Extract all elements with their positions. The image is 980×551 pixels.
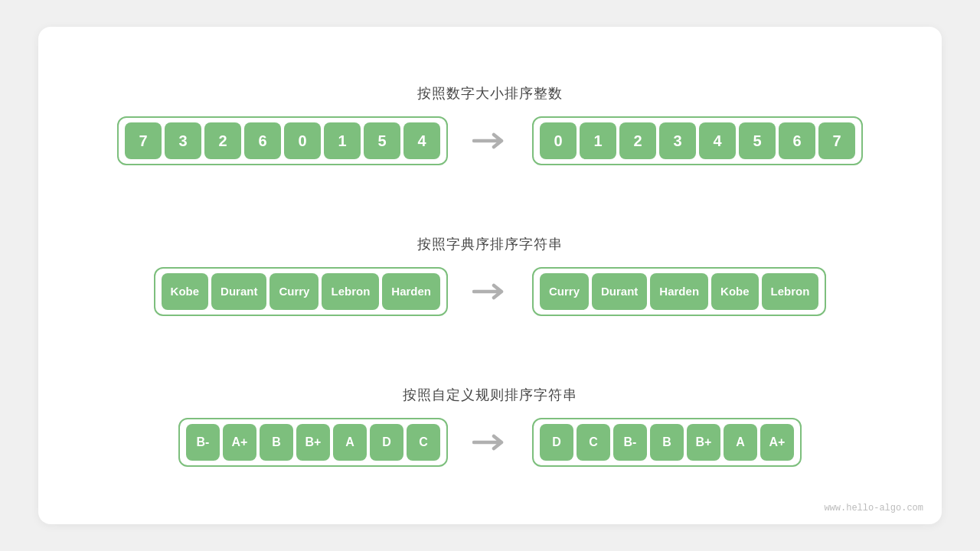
section-integers: 按照数字大小排序整数73260154 01234567	[84, 84, 896, 165]
cell-before-grades-1: A+	[223, 424, 256, 461]
cell-after-strings-2: Harden	[650, 273, 708, 310]
cell-before-integers-0: 7	[125, 122, 162, 159]
cell-after-grades-0: D	[540, 424, 573, 461]
arrow-icon	[471, 280, 509, 303]
cell-before-grades-4: A	[333, 424, 367, 461]
cell-after-strings-1: Durant	[592, 273, 647, 310]
cell-after-grades-1: C	[577, 424, 610, 461]
cell-after-integers-2: 2	[619, 122, 656, 159]
cell-after-grades-5: A	[724, 424, 757, 461]
cell-before-integers-2: 2	[204, 122, 241, 159]
cell-after-strings-4: Lebron	[762, 273, 819, 310]
cell-after-grades-3: B	[650, 424, 684, 461]
cell-after-integers-5: 5	[739, 122, 776, 159]
row-grades: B-A+BB+ADC DCB-BB+AA+	[178, 418, 802, 467]
cell-after-integers-4: 4	[699, 122, 736, 159]
cell-before-integers-6: 5	[364, 122, 400, 159]
cell-before-grades-0: B-	[186, 424, 220, 461]
section-grades: 按照自定义规则排序字符串B-A+BB+ADC DCB-BB+AA+	[84, 386, 896, 467]
cell-after-integers-7: 7	[818, 122, 855, 159]
cell-after-integers-1: 1	[580, 122, 616, 159]
cell-after-integers-0: 0	[540, 122, 577, 159]
main-card: 按照数字大小排序整数73260154 01234567按照字典序排序字符串Kob…	[38, 27, 942, 524]
cell-after-strings-0: Curry	[540, 273, 589, 310]
section-strings: 按照字典序排序字符串KobeDurantCurryLebronHarden Cu…	[84, 235, 896, 316]
arrow-icon	[471, 431, 509, 454]
cell-after-integers-3: 3	[659, 122, 696, 159]
cell-before-strings-3: Lebron	[322, 273, 379, 310]
cell-after-strings-3: Kobe	[711, 273, 759, 310]
array-before-integers: 73260154	[117, 116, 448, 165]
row-strings: KobeDurantCurryLebronHarden CurryDurantH…	[154, 267, 827, 316]
cell-before-strings-1: Durant	[211, 273, 266, 310]
cell-before-grades-2: B	[260, 424, 293, 461]
watermark: www.hello-algo.com	[824, 503, 923, 514]
cell-before-integers-5: 1	[324, 122, 361, 159]
cell-before-grades-3: B+	[296, 424, 330, 461]
row-integers: 73260154 01234567	[117, 116, 863, 165]
cell-before-integers-3: 6	[244, 122, 281, 159]
cell-before-integers-4: 0	[284, 122, 321, 159]
array-after-integers: 01234567	[532, 116, 863, 165]
cell-before-strings-4: Harden	[382, 273, 440, 310]
section-title-grades: 按照自定义规则排序字符串	[403, 386, 577, 404]
array-before-strings: KobeDurantCurryLebronHarden	[154, 267, 448, 316]
cell-before-strings-0: Kobe	[162, 273, 209, 310]
cell-after-grades-6: A+	[760, 424, 794, 461]
cell-after-grades-2: B-	[613, 424, 647, 461]
cell-before-integers-1: 3	[165, 122, 201, 159]
array-after-strings: CurryDurantHardenKobeLebron	[532, 267, 826, 316]
cell-before-grades-5: D	[370, 424, 403, 461]
cell-after-integers-6: 6	[779, 122, 815, 159]
array-before-grades: B-A+BB+ADC	[178, 418, 448, 467]
arrow-icon	[471, 129, 509, 152]
cell-before-grades-6: C	[407, 424, 440, 461]
cell-before-strings-2: Curry	[270, 273, 318, 310]
section-title-integers: 按照数字大小排序整数	[417, 84, 563, 103]
cell-after-grades-4: B+	[687, 424, 720, 461]
cell-before-integers-7: 4	[403, 122, 440, 159]
section-title-strings: 按照字典序排序字符串	[417, 235, 563, 253]
array-after-grades: DCB-BB+AA+	[532, 418, 802, 467]
